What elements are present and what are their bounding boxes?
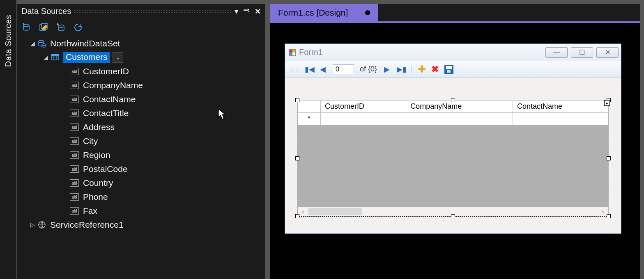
tree-node-field[interactable]: ablCompanyName [21, 78, 261, 92]
scroll-track[interactable] [362, 207, 598, 216]
dataset-icon [37, 39, 47, 48]
tree-node-field[interactable]: ablCustomerID [21, 64, 261, 78]
grid-column-header[interactable]: CustomerID [321, 101, 406, 113]
tree-node-field[interactable]: ablPhone [21, 190, 261, 204]
text-field-icon: abl [70, 179, 79, 187]
side-tab-data-sources[interactable]: Data Sources [4, 12, 13, 69]
service-reference-icon [37, 220, 47, 230]
text-field-icon: abl [70, 123, 79, 131]
text-field-icon: abl [70, 137, 79, 145]
tree-node-field[interactable]: ablContactName [21, 92, 261, 106]
resize-handle[interactable] [295, 98, 299, 102]
winform-form1[interactable]: Form1 — ☐ ✕ ⋮⋮ ▮◀ ◀ of {0} ▶ ▶▮ | [285, 43, 621, 234]
data-sources-panel: Data Sources ▾ ✕ [17, 4, 266, 279]
unsaved-indicator-icon [365, 10, 370, 15]
tab-form1-design[interactable]: Form1.cs [Design] [270, 4, 378, 21]
datagridview[interactable]: CustomerID CompanyName ContactName * [297, 100, 609, 125]
winform-titlebar: Form1 — ☐ ✕ [285, 44, 621, 61]
tree-node-serviceref[interactable]: ▷ ServiceReference1 [21, 218, 261, 232]
designer-canvas[interactable]: Form1 — ☐ ✕ ⋮⋮ ▮◀ ◀ of {0} ▶ ▶▮ | [270, 23, 640, 279]
nav-delete-icon[interactable]: ✖ [431, 64, 439, 75]
svg-rect-6 [51, 54, 59, 56]
binding-navigator: ⋮⋮ ▮◀ ◀ of {0} ▶ ▶▮ | ✚ ✖ [285, 61, 621, 78]
edit-dataset-icon[interactable] [38, 22, 49, 33]
resize-handle[interactable] [607, 156, 611, 160]
data-sources-tree: ◢ NorthwindDataSet ◢ [17, 36, 265, 236]
toolbar-grip-icon[interactable]: ⋮⋮ [289, 66, 299, 73]
resize-handle[interactable] [295, 156, 299, 160]
tree-label: PostalCode [83, 164, 128, 174]
maximize-button[interactable]: ☐ [571, 47, 593, 58]
tab-label: Form1.cs [Design] [278, 8, 348, 18]
configure-dataset-wizard-icon[interactable] [55, 22, 67, 33]
grid-column-header[interactable]: CompanyName [406, 101, 513, 113]
tree-label: CompanyName [83, 80, 143, 90]
panel-header: Data Sources ▾ ✕ [17, 4, 265, 18]
drop-type-chevron-icon[interactable]: ⌄ [113, 52, 123, 63]
tree-node-field[interactable]: ablAddress [21, 120, 261, 134]
nav-total-label: of {0} [360, 65, 377, 73]
tree-node-field[interactable]: ablPostalCode [21, 162, 261, 176]
grid-corner[interactable] [298, 101, 321, 113]
add-data-source-icon[interactable] [21, 22, 32, 33]
nav-first-icon[interactable]: ▮◀ [305, 65, 313, 74]
tree-label: Region [83, 150, 110, 160]
resize-handle[interactable] [607, 214, 611, 218]
resize-handle[interactable] [295, 214, 299, 218]
splitter[interactable] [266, 0, 270, 279]
tree-label-selected: Customers [63, 52, 110, 63]
winform-title: Form1 [299, 48, 545, 57]
svg-point-4 [39, 41, 44, 43]
tree-label: Fax [83, 206, 97, 216]
tree-label: NorthwindDataSet [50, 39, 120, 48]
text-field-icon: abl [70, 165, 79, 173]
tree-label: ContactName [83, 94, 136, 104]
tree-node-field[interactable]: ablCity [21, 134, 261, 148]
tree-node-field[interactable]: ablFax [21, 204, 261, 218]
grid-cell[interactable] [321, 113, 406, 125]
text-field-icon: abl [70, 193, 79, 201]
resize-handle[interactable] [451, 98, 455, 102]
tree-node-customers[interactable]: ◢ Customers ⌄ [21, 50, 261, 64]
scroll-thumb[interactable] [308, 208, 362, 215]
text-field-icon: abl [70, 96, 79, 103]
close-button[interactable]: ✕ [596, 47, 619, 58]
nav-next-icon[interactable]: ▶ [383, 65, 391, 74]
text-field-icon: abl [70, 110, 79, 117]
panel-pin-icon[interactable] [243, 7, 250, 16]
expand-toggle-icon[interactable]: ◢ [42, 54, 49, 61]
text-field-icon: abl [70, 207, 79, 215]
panel-grip [74, 10, 232, 13]
panel-dropdown-icon[interactable]: ▾ [235, 7, 238, 16]
smart-tag-icon[interactable]: ▸ [604, 100, 610, 106]
panel-close-icon[interactable]: ✕ [255, 7, 261, 16]
tree-node-field[interactable]: ablContactTitle [21, 106, 261, 120]
panel-title: Data Sources [21, 7, 71, 16]
tree-label: CustomerID [83, 66, 129, 76]
selection-frame[interactable]: ▸ CustomerID CompanyName ContactName [297, 100, 609, 217]
tree-node-dataset[interactable]: ◢ NorthwindDataSet [21, 37, 261, 50]
tree-node-field[interactable]: ablCountry [21, 176, 261, 190]
tree-label: Address [83, 122, 115, 132]
svg-point-3 [58, 25, 64, 27]
grid-column-header[interactable]: ContactName [513, 101, 608, 113]
side-tab-strip: Data Sources [0, 0, 17, 279]
nav-add-icon[interactable]: ✚ [418, 64, 426, 75]
nav-save-icon[interactable] [444, 65, 453, 74]
grid-cell[interactable] [406, 113, 513, 125]
nav-position-input[interactable] [333, 64, 354, 74]
expand-toggle-icon[interactable]: ▷ [29, 222, 36, 228]
expand-toggle-icon[interactable]: ◢ [29, 40, 36, 47]
tree-label: City [83, 136, 98, 146]
resize-handle[interactable] [451, 214, 455, 218]
refresh-icon[interactable] [72, 22, 84, 33]
nav-last-icon[interactable]: ▶▮ [397, 65, 405, 74]
panel-toolbar [17, 18, 265, 36]
grid-cell[interactable] [513, 113, 608, 125]
tree-node-field[interactable]: ablRegion [21, 148, 261, 162]
tree-label: Phone [83, 192, 108, 202]
minimize-button[interactable]: — [545, 47, 568, 58]
form-icon [289, 49, 296, 56]
nav-prev-icon[interactable]: ◀ [319, 65, 327, 74]
tree-label: ContactTitle [83, 108, 129, 118]
